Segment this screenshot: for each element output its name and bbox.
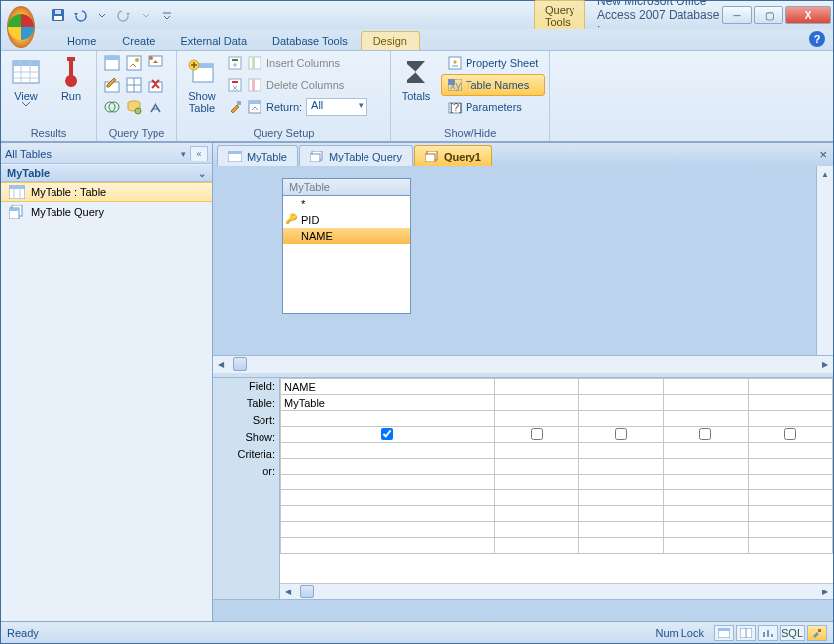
field-item-name[interactable]: NAME: [283, 228, 410, 244]
help-icon[interactable]: ?: [809, 31, 825, 47]
table-field-list[interactable]: MyTable * PID NAME: [282, 178, 411, 314]
bottom-margin: [213, 599, 833, 621]
minimize-button[interactable]: ─: [722, 6, 752, 24]
diagram-pane[interactable]: MyTable * PID NAME ▲: [213, 166, 833, 355]
cell-show-1[interactable]: [281, 427, 495, 443]
doc-close-button[interactable]: ×: [819, 147, 827, 161]
grid-body[interactable]: NAME MyTable ◀▶: [280, 378, 833, 599]
insert-rows-button[interactable]: [227, 53, 243, 74]
view-pivotchart-button[interactable]: [758, 625, 778, 641]
pane-splitter[interactable]: ·········: [213, 372, 833, 378]
delete-query-icon[interactable]: [145, 74, 166, 96]
view-design-button[interactable]: [807, 625, 827, 641]
view-datasheet-button[interactable]: [714, 625, 734, 641]
show-checkbox-1[interactable]: [381, 428, 393, 440]
grid-hscrollbar[interactable]: ◀▶: [280, 583, 833, 599]
totals-button[interactable]: Totals: [395, 53, 437, 120]
table-icon: [228, 151, 242, 162]
doc-tab-query1[interactable]: Query1: [414, 145, 492, 166]
group-results-label: Results: [5, 126, 92, 141]
crosstab-query-icon[interactable]: [123, 74, 145, 96]
tab-home[interactable]: Home: [54, 31, 109, 50]
tab-create[interactable]: Create: [109, 31, 167, 50]
cell-field-1[interactable]: NAME: [281, 379, 495, 395]
nav-header-label: All Tables: [5, 148, 52, 160]
nav-header[interactable]: All Tables ▾ «: [1, 143, 212, 164]
tab-external-data[interactable]: External Data: [167, 31, 260, 50]
tab-design[interactable]: Design: [361, 31, 420, 50]
make-table-query-icon[interactable]: [123, 53, 145, 74]
doc-tab-mytable[interactable]: MyTable: [217, 145, 298, 166]
svg-rect-59: [718, 628, 730, 631]
cell-table-1[interactable]: MyTable: [281, 395, 495, 411]
show-table-button[interactable]: Show Table: [181, 53, 223, 120]
nav-group-mytable[interactable]: MyTable⌄: [1, 164, 212, 182]
insert-columns-icon: [247, 55, 262, 71]
view-button[interactable]: View: [5, 53, 47, 120]
office-button[interactable]: [7, 6, 35, 48]
nav-item-label: MyTable : Table: [31, 186, 106, 198]
delete-rows-button[interactable]: [227, 74, 243, 96]
view-sql-button[interactable]: SQL: [780, 625, 805, 641]
builder-button[interactable]: [227, 96, 243, 118]
svg-rect-62: [763, 632, 765, 637]
undo-icon[interactable]: [70, 5, 90, 25]
show-checkbox-2[interactable]: [531, 428, 543, 440]
append-query-icon[interactable]: [145, 53, 166, 74]
qat-customize-icon[interactable]: [157, 5, 177, 25]
label-criteria: Criteria:: [213, 446, 279, 463]
undo-dropdown-icon[interactable]: [92, 5, 112, 25]
svg-rect-55: [310, 154, 320, 162]
delete-columns-button[interactable]: Delete Columns: [247, 74, 367, 96]
doc-tab-mytable-query[interactable]: MyTable Query: [299, 145, 413, 166]
view-pivot-button[interactable]: [736, 625, 756, 641]
field-item-star[interactable]: *: [283, 196, 410, 212]
field-item-pid[interactable]: PID: [283, 212, 410, 228]
tab-database-tools[interactable]: Database Tools: [260, 31, 361, 50]
data-definition-icon[interactable]: [145, 96, 166, 118]
redo-dropdown-icon[interactable]: [136, 5, 156, 25]
return-select[interactable]: All: [306, 98, 367, 116]
nav-item-mytable-query[interactable]: MyTable Query: [1, 202, 212, 222]
passthrough-query-icon[interactable]: [123, 96, 145, 118]
builder-icon: [227, 99, 243, 115]
insert-columns-button[interactable]: Insert Columns: [247, 53, 367, 74]
property-sheet-button[interactable]: Property Sheet: [441, 53, 545, 74]
status-bar: Ready Num Lock SQL: [1, 621, 833, 643]
nav-item-mytable-table[interactable]: MyTable : Table: [1, 182, 212, 202]
diagram-hscrollbar[interactable]: ◀▶: [213, 355, 833, 372]
svg-rect-63: [767, 630, 769, 637]
nav-dropdown-icon[interactable]: ▾: [181, 149, 186, 159]
redo-icon[interactable]: [114, 5, 134, 25]
property-sheet-label: Property Sheet: [466, 57, 538, 69]
run-button[interactable]: Run: [51, 53, 92, 120]
maximize-button[interactable]: ▢: [754, 6, 783, 24]
update-query-icon[interactable]: [101, 74, 123, 96]
diagram-vscrollbar[interactable]: ▲: [816, 166, 833, 355]
svg-rect-4: [13, 61, 39, 66]
save-icon[interactable]: [49, 5, 68, 25]
contextual-tab-label: Query Tools: [534, 0, 585, 31]
union-query-icon[interactable]: [101, 96, 123, 118]
cell-sort-1[interactable]: [281, 411, 495, 427]
grid-table: NAME MyTable: [280, 378, 833, 554]
nav-group-collapse-icon[interactable]: ⌄: [198, 168, 206, 179]
show-checkbox-5[interactable]: [784, 428, 796, 440]
table-names-button[interactable]: xyzTable Names: [441, 74, 545, 96]
close-button[interactable]: X: [785, 6, 831, 24]
select-query-icon[interactable]: [101, 53, 123, 74]
svg-rect-11: [105, 56, 119, 60]
svg-rect-53: [228, 151, 242, 154]
show-checkbox-4[interactable]: [699, 428, 711, 440]
table-names-icon: xyz: [448, 79, 462, 91]
svg-rect-57: [425, 154, 435, 162]
parameters-button[interactable]: [?]Parameters: [441, 96, 545, 118]
table-field-list-title[interactable]: MyTable: [283, 179, 410, 196]
show-checkbox-3[interactable]: [615, 428, 627, 440]
svg-point-9: [68, 78, 74, 84]
nav-collapse-button[interactable]: «: [190, 146, 208, 161]
group-query-setup: Show Table Insert Columns Delete Columns…: [177, 51, 391, 141]
svg-point-24: [135, 108, 141, 114]
query-icon: [425, 151, 439, 162]
label-show: Show:: [213, 429, 279, 446]
